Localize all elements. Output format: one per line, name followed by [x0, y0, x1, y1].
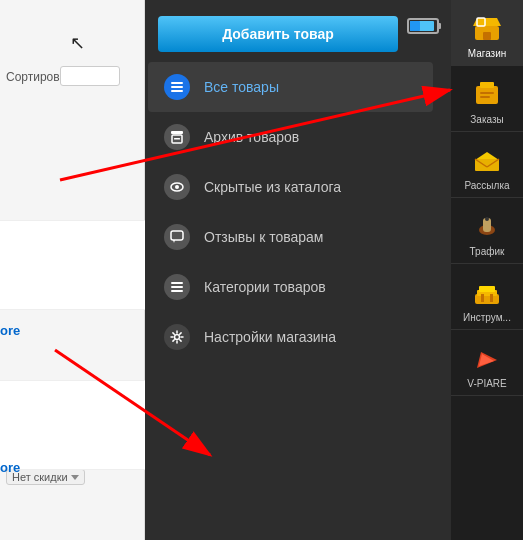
sidebar-item-orders[interactable]: Заказы: [451, 66, 523, 132]
sidebar-icon-orders: [469, 76, 505, 112]
svg-rect-5: [174, 138, 180, 140]
ore-link-1[interactable]: ore: [0, 323, 20, 338]
sidebar-item-traffic[interactable]: Трафик: [451, 198, 523, 264]
svg-rect-18: [476, 86, 498, 104]
svg-rect-10: [171, 282, 183, 284]
ore-link-2[interactable]: ore: [0, 460, 20, 475]
menu-item-categories[interactable]: Категории товаров: [148, 262, 433, 312]
add-product-button[interactable]: Добавить товар: [158, 16, 398, 52]
svg-rect-1: [171, 86, 183, 88]
sidebar-label-tools: Инструм...: [463, 312, 511, 323]
svg-rect-2: [171, 90, 183, 92]
menu-icon-reviews: [164, 224, 190, 250]
menu-list: Все товары Архив товаров Скрытые из ката…: [148, 62, 433, 362]
svg-point-28: [485, 217, 489, 221]
svg-rect-11: [171, 286, 183, 288]
menu-item-settings[interactable]: Настройки магазина: [148, 312, 433, 362]
sidebar-label-orders: Заказы: [470, 114, 503, 125]
product-row-2: Нет скидки: [0, 380, 145, 470]
sidebar-label-store: Магазин: [468, 48, 507, 59]
product-row-1: Нет скидки: [0, 220, 145, 310]
menu-label-hidden: Скрытые из каталога: [204, 179, 341, 195]
menu-label-reviews: Отзывы к товарам: [204, 229, 324, 245]
battery-icon: [407, 16, 443, 40]
menu-icon-all-products: [164, 74, 190, 100]
sidebar-item-tools[interactable]: Инструм...: [451, 264, 523, 330]
svg-marker-9: [173, 240, 175, 243]
menu-item-hidden[interactable]: Скрытые из каталога: [148, 162, 433, 212]
right-sidebar: Магазин Заказы Рассылка Трафик Инструм..…: [451, 0, 523, 540]
menu-icon-archive: [164, 124, 190, 150]
menu-label-archive: Архив товаров: [204, 129, 299, 145]
svg-marker-22: [475, 152, 499, 160]
menu-label-categories: Категории товаров: [204, 279, 326, 295]
svg-rect-3: [171, 131, 183, 134]
left-panel: Сортировка: Нет скидки ore Нет скидки or…: [0, 0, 145, 540]
chevron-down-icon-1: [71, 475, 79, 480]
sidebar-label-traffic: Трафик: [470, 246, 505, 257]
svg-rect-20: [480, 92, 494, 94]
menu-item-all-products[interactable]: Все товары: [148, 62, 433, 112]
sidebar-icon-tools: [469, 274, 505, 310]
sidebar-icon-traffic: [469, 208, 505, 244]
svg-rect-8: [171, 231, 183, 240]
svg-rect-19: [480, 82, 494, 88]
menu-item-archive[interactable]: Архив товаров: [148, 112, 433, 162]
menu-icon-hidden: [164, 174, 190, 200]
menu-icon-settings: [164, 324, 190, 350]
svg-rect-21: [480, 96, 490, 98]
sidebar-label-vpiare: V-PIARE: [467, 378, 506, 389]
sidebar-icon-vpiare: [469, 340, 505, 376]
sort-control[interactable]: [60, 66, 120, 86]
svg-rect-32: [481, 294, 484, 302]
sidebar-item-vpiare[interactable]: V-PIARE: [451, 330, 523, 396]
svg-rect-31: [479, 286, 495, 292]
svg-rect-37: [438, 23, 441, 29]
sidebar-icon-store: [469, 10, 505, 46]
menu-item-reviews[interactable]: Отзывы к товарам: [148, 212, 433, 262]
sidebar-label-mailing: Рассылка: [464, 180, 509, 191]
sidebar-icon-mailing: [469, 142, 505, 178]
svg-rect-39: [410, 21, 420, 31]
svg-point-13: [175, 335, 180, 340]
svg-rect-16: [483, 32, 491, 40]
menu-icon-categories: [164, 274, 190, 300]
mouse-cursor: ↖: [70, 32, 85, 54]
menu-label-settings: Настройки магазина: [204, 329, 336, 345]
svg-rect-12: [171, 290, 183, 292]
sidebar-item-store[interactable]: Магазин: [451, 0, 523, 66]
sidebar-item-mailing[interactable]: Рассылка: [451, 132, 523, 198]
svg-rect-33: [490, 294, 493, 302]
svg-rect-0: [171, 82, 183, 84]
menu-label-all-products: Все товары: [204, 79, 279, 95]
svg-point-7: [175, 185, 179, 189]
